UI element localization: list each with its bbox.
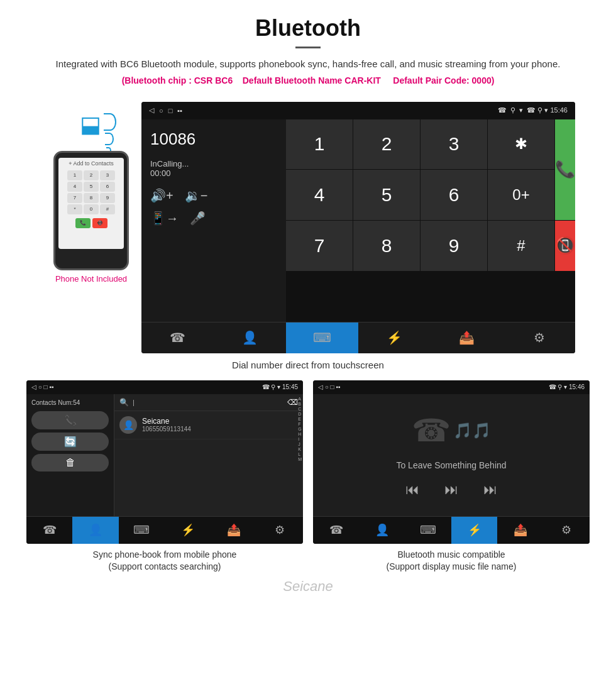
nav-settings[interactable]: ⚙ — [503, 323, 575, 353]
contacts-screen: ◁ ○ □ ▪▪ ☎ ⚲ ▾ 15:45 Contacts Num:54 📞 🔄… — [26, 380, 303, 544]
alpha-f: F — [298, 422, 302, 426]
contacts-nav-keypad[interactable]: ⌨ — [119, 517, 165, 544]
seicane-watermark: Seicane — [0, 578, 616, 595]
key-4[interactable]: 4 — [286, 170, 353, 220]
bluetooth-icon-area: ⬓ — [66, 108, 116, 146]
alpha-g: G — [298, 427, 302, 431]
music-nav-settings[interactable]: ⚙ — [544, 517, 590, 544]
call-contact-btn[interactable]: 📞 — [31, 411, 109, 429]
signal-waves — [105, 113, 116, 155]
contacts-nav-contacts[interactable]: 👤 — [72, 517, 118, 544]
key-5: 5 — [84, 182, 99, 192]
phone-mock: ⬓ + Add to Contacts 1 2 3 4 5 6 7 8 — [41, 102, 141, 353]
next-track-btn[interactable]: ⏭ — [483, 482, 497, 498]
nav-keypad[interactable]: ⌨ — [286, 323, 358, 353]
prev-track-btn[interactable]: ⏮ — [405, 482, 419, 498]
statusbar-right: ☎ ⚲ ▾ ☎ ⚲ ▾ 15:46 — [498, 106, 568, 114]
contacts-nav-bluetooth[interactable]: ⚡ — [165, 517, 211, 544]
search-icon: 🔍 — [119, 398, 129, 407]
page-title: Bluetooth — [13, 15, 603, 41]
extra-controls: 📱→ 🎤 — [150, 211, 277, 226]
key-2[interactable]: 2 — [353, 119, 420, 170]
alpha-l: L — [298, 452, 302, 456]
key-8[interactable]: 8 — [353, 221, 420, 271]
music-controls: ⏮ ⏭ ⏭ — [405, 482, 497, 498]
contacts-nav-phone[interactable]: ☎ — [26, 517, 72, 544]
header-description: Integrated with BC6 Bluetooth module, su… — [13, 57, 603, 72]
delete-contact-btn[interactable]: 🗑 — [31, 454, 109, 472]
nav-contacts[interactable]: 👤 — [214, 323, 286, 353]
dial-caption: Dial number direct from touchscreen — [0, 360, 616, 370]
music-statusbar-right: ☎ ⚲ ▾ 15:46 — [549, 383, 585, 390]
key-9[interactable]: 9 — [421, 221, 487, 271]
key-hash[interactable]: # — [488, 221, 554, 271]
music-bottom-nav: ☎ 👤 ⌨ ⚡ 📤 ⚙ — [313, 516, 590, 544]
spec3: Default Pair Code: 0000) — [393, 75, 494, 86]
key-1: 1 — [67, 170, 82, 180]
dial-bottom-nav: ☎ 👤 ⌨ ⚡ 📤 ⚙ — [141, 322, 575, 353]
music-content: ☎ 🎵🎵 To Leave Something Behind ⏮ ⏭ ⏭ — [313, 394, 590, 516]
sync-contact-btn[interactable]: 🔄 — [31, 433, 109, 451]
home-icon: ○ — [159, 107, 163, 114]
header-divider — [295, 47, 321, 48]
key-7: 7 — [67, 193, 82, 203]
key-star[interactable]: ✱ — [488, 119, 554, 170]
volume-up-icon[interactable]: 🔊+ — [150, 188, 173, 203]
specs-line: (Bluetooth chip : CSR BC6 Default Blueto… — [13, 75, 603, 86]
alpha-k: K — [298, 447, 302, 451]
nav-transfer[interactable]: 📤 — [431, 323, 503, 353]
key-3: 3 — [100, 170, 115, 180]
contacts-content: Contacts Num:54 📞 🔄 🗑 🔍 | ⌫ 👤 Seicane 10… — [26, 394, 303, 516]
music-nav-phone[interactable]: ☎ — [313, 517, 359, 544]
call-green-btn[interactable]: 📞 — [555, 119, 575, 221]
nav-phone[interactable]: ☎ — [141, 323, 214, 353]
notification-icons: ▪▪ — [177, 107, 182, 114]
contacts-nav-settings[interactable]: ⚙ — [257, 517, 303, 544]
music-nav-contacts[interactable]: 👤 — [359, 517, 405, 544]
alpha-index: A B C D E F G H I J K L M — [298, 394, 302, 516]
transfer-icon[interactable]: 📱→ — [150, 211, 179, 226]
key-6[interactable]: 6 — [421, 170, 487, 220]
key-4: 4 — [67, 182, 82, 192]
add-contacts-label: + Add to Contacts — [69, 160, 113, 167]
call-red-btn[interactable]: 📵 — [555, 221, 575, 271]
music-nav-keypad[interactable]: ⌨ — [405, 517, 451, 544]
contacts-count: Contacts Num:54 — [31, 399, 109, 406]
phone-call-btn: 📞 — [75, 218, 91, 228]
backspace-icon: ⌫ — [287, 398, 298, 407]
music-statusbar: ◁ ○ □ ▪▪ ☎ ⚲ ▾ 15:46 — [313, 380, 590, 394]
contact-search-bar: 🔍 | ⌫ — [114, 394, 303, 411]
contacts-nav-transfer[interactable]: 📤 — [211, 517, 256, 544]
contacts-caption: Sync phone-book from mobile phone(Suppor… — [26, 549, 303, 573]
contact-item[interactable]: 👤 Seicane 10655059113144 — [114, 411, 303, 439]
spec1: (Bluetooth chip : CSR BC6 — [122, 75, 233, 86]
mic-icon[interactable]: 🎤 — [190, 211, 206, 226]
contacts-statusbar: ◁ ○ □ ▪▪ ☎ ⚲ ▾ 15:45 — [26, 380, 303, 394]
key-3[interactable]: 3 — [421, 119, 487, 170]
wifi-icon: ▾ — [519, 106, 523, 114]
next-segment-btn[interactable]: ⏭ — [444, 482, 458, 498]
dial-keypad: 1 2 3 ✱ ⌫ 4 5 6 0+ 📞 7 8 9 # 📵 — [286, 119, 575, 322]
phone-call-btns: 📞 📵 — [75, 218, 107, 228]
dialed-number: 10086 — [150, 130, 277, 149]
key-0plus[interactable]: 0+ — [488, 170, 554, 220]
page-header: Bluetooth Integrated with BC6 Bluetooth … — [0, 0, 616, 92]
key-5[interactable]: 5 — [353, 170, 420, 220]
music-statusbar-left: ◁ ○ □ ▪▪ — [318, 383, 341, 390]
contacts-bottom-nav: ☎ 👤 ⌨ ⚡ 📤 ⚙ — [26, 516, 303, 544]
alpha-e: E — [298, 417, 302, 421]
music-notes-icon: 🎵🎵 — [453, 422, 491, 439]
contact-info: Seicane 10655059113144 — [142, 417, 191, 433]
key-display: 1 — [286, 119, 353, 170]
volume-down-icon[interactable]: 🔉− — [185, 188, 208, 203]
alpha-i: I — [298, 437, 302, 441]
music-nav-bluetooth[interactable]: ⚡ — [451, 517, 497, 544]
music-nav-transfer[interactable]: 📤 — [497, 517, 543, 544]
key-7[interactable]: 7 — [286, 221, 353, 271]
dial-content-wrapper: 10086 InCalling... 00:00 🔊+ 🔉− 📱→ 🎤 1 2 … — [141, 119, 575, 322]
phone-call-music-icon: ☎ — [412, 412, 451, 449]
alpha-a: A — [298, 397, 302, 401]
nav-bluetooth[interactable]: ⚡ — [358, 323, 431, 353]
wave-medium — [105, 133, 114, 145]
key-0: 0 — [84, 204, 99, 214]
